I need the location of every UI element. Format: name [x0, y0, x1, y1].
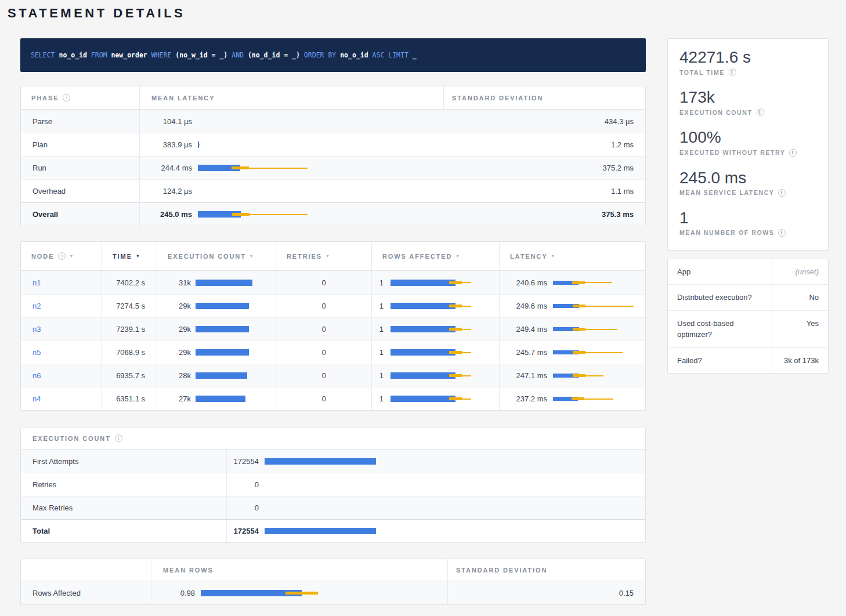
summary-stat: 1MEAN NUMBER OF ROWS [679, 209, 816, 237]
execution-count-cell: 29k [157, 295, 276, 317]
info-icon[interactable] [778, 229, 786, 237]
execution-count-value: 172554 [234, 457, 259, 466]
info-icon[interactable] [115, 434, 122, 442]
execution-count-bar-cell [265, 497, 634, 519]
stddev-line [240, 168, 307, 169]
statement-box: SELECT no_o_id FROM new_order WHERE (no_… [20, 38, 646, 72]
mean-latency-cell: 244.4 ms [140, 157, 443, 179]
rows-affected-value: 1 [372, 348, 384, 357]
stddev-tick [232, 166, 249, 169]
execution-count-label-cell: Total [21, 520, 227, 542]
rows-stddev-column-header: STANDARD DEVIATION [447, 559, 645, 581]
bar-chart [196, 295, 265, 317]
time-cell: 6935.7 s [102, 364, 157, 387]
node-cell: n6 [21, 364, 102, 387]
phase-name-cell: Overall [21, 203, 140, 226]
sql-identifier: new_order [111, 51, 151, 59]
phase-row: Overall245.0 ms375.3 ms [21, 202, 645, 226]
phase-column-header: PHASE [21, 86, 140, 109]
stat-value: 173k [679, 88, 816, 107]
execution-count-value: 28k [157, 371, 191, 380]
node-link[interactable]: n2 [32, 302, 41, 310]
retries-header-label: RETRIES [287, 253, 322, 260]
page-title: STATEMENT DETAILS [8, 6, 846, 21]
detail-label: Used cost-based optimizer? [668, 311, 772, 347]
detail-value: Yes [772, 311, 828, 347]
execution-count-cell: 27k [157, 387, 276, 410]
node-column-header[interactable]: NODE [21, 242, 102, 270]
layout: SELECT no_o_id FROM new_order WHERE (no_… [0, 38, 846, 605]
execution-count-label: Max Retries [32, 503, 73, 512]
stddev-cell: 434.3 µs [443, 110, 645, 133]
retries-value: 0 [321, 278, 326, 287]
rows-table-body: Rows Affected0.980.15 [21, 581, 645, 604]
stddev-tick [285, 592, 318, 595]
bar-chart [553, 341, 635, 364]
retries-column-header[interactable]: RETRIES [276, 242, 372, 270]
mean-rows-header-label: MEAN ROWS [163, 567, 214, 574]
info-icon[interactable] [63, 94, 70, 102]
phase-name: Run [32, 164, 46, 172]
detail-row: Used cost-based optimizer?Yes [668, 310, 828, 347]
info-icon[interactable] [757, 108, 764, 116]
sql-keyword: AND [232, 51, 248, 59]
sql-keyword: ORDER BY [304, 51, 340, 59]
mean-bar [391, 303, 455, 309]
phase-row: Overhead124.2 µs1.1 ms [21, 179, 645, 202]
mean-rows-value: 0.98 [151, 589, 195, 597]
mean-bar [196, 349, 249, 356]
latency-cell: 249.6 ms [500, 295, 645, 317]
bar-chart [198, 110, 433, 133]
sql-statement: SELECT no_o_id FROM new_order WHERE (no_… [31, 51, 417, 59]
node-row: n17402.2 s31k01240.6 ms [21, 271, 645, 294]
execution-count-row: First Attempts172554 [21, 450, 645, 473]
sql-identifier: (no_d_id = _) [248, 51, 304, 59]
phase-name-cell: Plan [21, 133, 140, 156]
stddev-value: 1.2 ms [611, 140, 634, 149]
execution-count-value: 29k [157, 348, 191, 357]
mean-bar [196, 303, 249, 309]
mean-bar [265, 528, 376, 534]
node-link[interactable]: n4 [32, 394, 41, 403]
bar-chart [196, 364, 265, 387]
mean-latency-cell: 104.1 µs [140, 110, 443, 133]
stddev-tick [573, 351, 585, 354]
detail-label: App [668, 259, 772, 285]
execution-count-label: Retries [32, 480, 56, 489]
info-icon[interactable] [729, 68, 736, 76]
retries-value: 0 [321, 302, 326, 310]
latency-value: 245.7 ms [500, 348, 547, 357]
info-icon[interactable] [778, 189, 786, 197]
time-column-header[interactable]: TIME [102, 242, 157, 270]
rows-affected-row: Rows Affected0.980.15 [21, 581, 645, 604]
time-cell: 7068.9 s [102, 341, 157, 364]
stddev-cell: 375.2 ms [443, 157, 645, 179]
rows-affected-cell: 1 [372, 318, 500, 340]
node-header-label: NODE [31, 253, 54, 260]
mean-latency-value: 245.0 ms [140, 210, 192, 219]
bar-chart [553, 364, 635, 387]
mean-bar [265, 458, 376, 465]
time-cell: 7274.5 s [102, 295, 157, 317]
info-icon[interactable] [58, 252, 66, 260]
latency-column-header[interactable]: LATENCY [500, 242, 645, 270]
mean-rows-column-header: MEAN ROWS [151, 559, 447, 581]
node-link[interactable]: n1 [32, 278, 41, 287]
mean-bar [391, 326, 455, 332]
phase-table-header: PHASE MEAN LATENCY STANDARD DEVIATION [21, 86, 645, 110]
mean-bar [196, 326, 249, 332]
rows-affected-column-header[interactable]: ROWS AFFECTED [372, 242, 500, 270]
stddev-tick [449, 351, 462, 354]
stddev-line [579, 306, 633, 307]
node-link[interactable]: n5 [32, 348, 41, 357]
execution-count-row: Max Retries0 [21, 496, 645, 519]
info-icon[interactable] [789, 149, 797, 157]
execution-count-value: 0 [255, 480, 259, 489]
node-row: n46351.1 s27k01237.2 ms [21, 387, 645, 410]
execution-count-column-header[interactable]: EXECUTION COUNT [157, 242, 276, 270]
execution-count-table: EXECUTION COUNT First Attempts172554Retr… [20, 427, 646, 543]
execution-count-table-header: EXECUTION COUNT [21, 427, 645, 450]
time-value: 7068.9 s [116, 348, 145, 357]
node-link[interactable]: n6 [32, 371, 41, 380]
node-link[interactable]: n3 [32, 325, 41, 334]
